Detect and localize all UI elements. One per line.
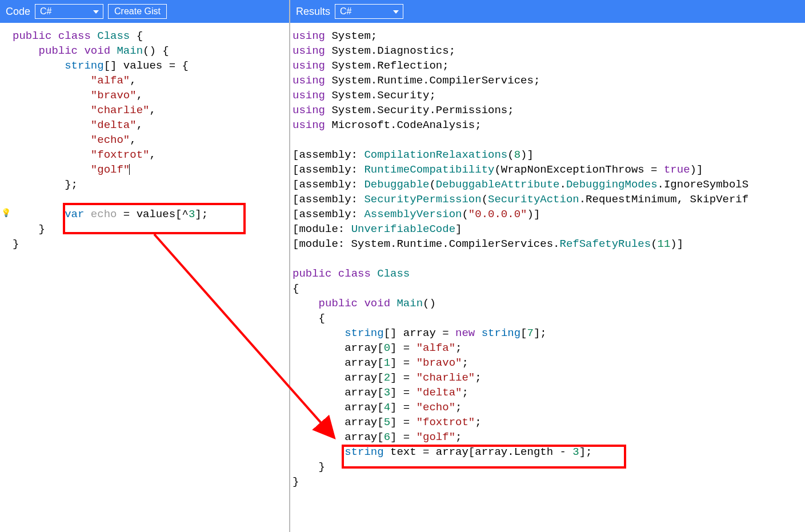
code-language-value: C# [40,6,51,17]
code-text[interactable]: public class Class { public void Main() … [10,23,289,532]
code-pane: Code C# Create Gist 💡 public class Class… [0,0,290,532]
results-title: Results [296,6,330,18]
results-text: using System; using System.Diagnostics; … [290,23,805,532]
results-pane: Results C# using System; using System.Di… [290,0,805,532]
results-language-value: C# [340,6,351,17]
results-header: Results C# [290,0,805,23]
results-language-select[interactable]: C# [335,4,403,19]
code-editor[interactable]: 💡 public class Class { public void Main(… [0,23,289,532]
lightbulb-icon[interactable]: 💡 [1,208,11,217]
create-gist-button[interactable]: Create Gist [108,4,167,19]
code-header: Code C# Create Gist [0,0,289,23]
code-title: Code [6,6,30,18]
results-viewer: using System; using System.Diagnostics; … [290,23,805,532]
app-root: Code C# Create Gist 💡 public class Class… [0,0,805,532]
code-language-select[interactable]: C# [35,4,103,19]
code-gutter: 💡 [0,23,10,532]
